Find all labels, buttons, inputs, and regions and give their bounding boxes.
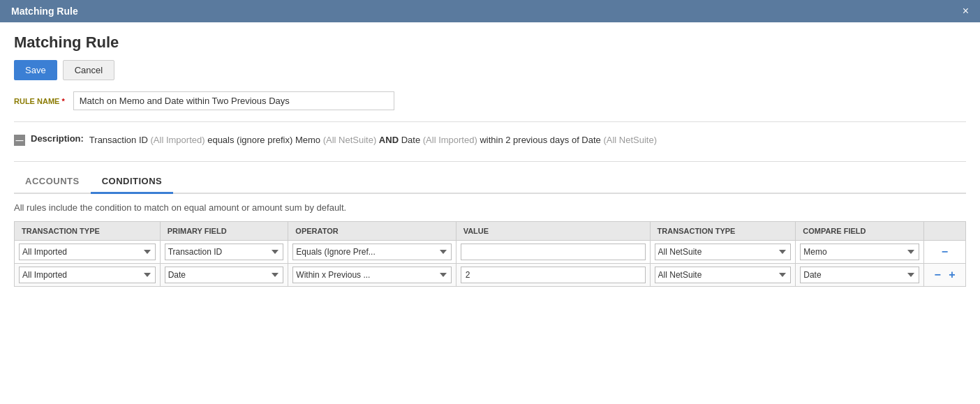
table-header: TRANSACTION TYPE PRIMARY FIELD OPERATOR …	[15, 221, 966, 240]
input-value-1[interactable]	[461, 244, 646, 260]
divider-1	[14, 121, 966, 122]
description-text: Transaction ID (All Imported) equals (ig…	[89, 133, 657, 147]
col-header-compare-field: COMPARE FIELD	[796, 221, 924, 240]
select-primary-field-2[interactable]: Date Transaction ID Memo Amount	[165, 267, 284, 283]
select-transaction-type-1[interactable]: All Imported All NetSuite	[19, 244, 156, 260]
cell-operator-2: Within x Previous ... Equals (Ignore Pre…	[288, 263, 456, 286]
rule-name-label: RULE NAME *	[14, 97, 68, 105]
main-content: Matching Rule Save Cancel RULE NAME * — …	[0, 22, 980, 298]
col-header-transaction-type-1: TRANSACTION TYPE	[15, 221, 161, 240]
cell-compare-field-2: Date Memo Transaction ID Amount	[796, 263, 924, 286]
input-value-2[interactable]	[461, 267, 646, 283]
cell-transaction-type-4: All NetSuite All Imported	[650, 263, 796, 286]
select-transaction-type-4[interactable]: All NetSuite All Imported	[655, 267, 792, 283]
table-body: All Imported All NetSuite Transaction ID…	[15, 240, 966, 286]
desc-field-2: Memo	[295, 135, 320, 145]
select-transaction-type-2[interactable]: All NetSuite All Imported	[655, 244, 792, 260]
description-row: — Description: Transaction ID (All Impor…	[14, 130, 966, 150]
col-header-transaction-type-2: TRANSACTION TYPE	[650, 221, 796, 240]
cell-transaction-type-1: All Imported All NetSuite	[15, 240, 161, 263]
save-button[interactable]: Save	[14, 60, 57, 80]
tab-accounts[interactable]: ACCOUNTS	[14, 170, 91, 194]
desc-keyword-and: AND	[379, 135, 399, 145]
cell-value-2	[456, 263, 650, 286]
toolbar: Save Cancel	[14, 60, 966, 80]
cell-actions-2: − +	[924, 263, 966, 286]
tab-conditions[interactable]: CONDITIONS	[91, 170, 174, 194]
cell-operator-1: Equals (Ignore Pref... Within x Previous…	[288, 240, 456, 263]
table-row: All Imported All NetSuite Date Transacti…	[15, 263, 966, 286]
cell-primary-field-1: Transaction ID Date Memo Amount	[160, 240, 288, 263]
add-row-button[interactable]: +	[946, 267, 958, 283]
description-label: Description:	[31, 133, 84, 144]
rule-name-row: RULE NAME *	[14, 91, 966, 110]
desc-source-1: (All Imported)	[151, 135, 208, 145]
select-operator-2[interactable]: Within x Previous ... Equals (Ignore Pre…	[292, 267, 451, 283]
desc-op-2: within 2 previous days of Date	[480, 135, 600, 145]
cell-value-1	[456, 240, 650, 263]
col-header-actions	[924, 221, 966, 240]
desc-op-1: equals (ignore prefix)	[207, 135, 295, 145]
page-title: Matching Rule	[14, 33, 966, 52]
rule-name-input[interactable]	[73, 91, 394, 110]
select-compare-field-1[interactable]: Memo Date Transaction ID Amount	[800, 244, 919, 260]
table-row: All Imported All NetSuite Transaction ID…	[15, 240, 966, 263]
divider-2	[14, 161, 966, 162]
cell-primary-field-2: Date Transaction ID Memo Amount	[160, 263, 288, 286]
desc-field-1: Transaction ID	[89, 135, 148, 145]
desc-field-3: Date	[401, 135, 420, 145]
col-header-primary-field: PRIMARY FIELD	[160, 221, 288, 240]
conditions-table: TRANSACTION TYPE PRIMARY FIELD OPERATOR …	[14, 221, 966, 287]
desc-source-3: (All Imported)	[423, 135, 480, 145]
select-transaction-type-3[interactable]: All Imported All NetSuite	[19, 267, 156, 283]
close-button[interactable]: ×	[963, 6, 969, 17]
col-header-operator: OPERATOR	[288, 221, 456, 240]
cell-transaction-type-3: All Imported All NetSuite	[15, 263, 161, 286]
cell-transaction-type-2: All NetSuite All Imported	[650, 240, 796, 263]
title-bar-label: Matching Rule	[11, 6, 78, 17]
cell-actions-1: −	[924, 240, 966, 263]
desc-source-4: (All NetSuite)	[603, 135, 657, 145]
col-header-value: VALUE	[456, 221, 650, 240]
cancel-button[interactable]: Cancel	[63, 60, 114, 80]
remove-row-1-button[interactable]: −	[939, 244, 951, 260]
required-indicator: *	[61, 97, 64, 105]
desc-source-2: (All NetSuite)	[323, 135, 379, 145]
cell-compare-field-1: Memo Date Transaction ID Amount	[796, 240, 924, 263]
remove-row-2-button[interactable]: −	[931, 267, 943, 283]
info-text: All rules include the condition to match…	[14, 202, 966, 213]
select-operator-1[interactable]: Equals (Ignore Pref... Within x Previous…	[292, 244, 451, 260]
tabs: ACCOUNTS CONDITIONS	[14, 170, 966, 194]
select-compare-field-2[interactable]: Date Memo Transaction ID Amount	[800, 267, 919, 283]
description-icon: —	[14, 135, 25, 146]
title-bar: Matching Rule ×	[0, 0, 980, 22]
select-primary-field-1[interactable]: Transaction ID Date Memo Amount	[165, 244, 284, 260]
